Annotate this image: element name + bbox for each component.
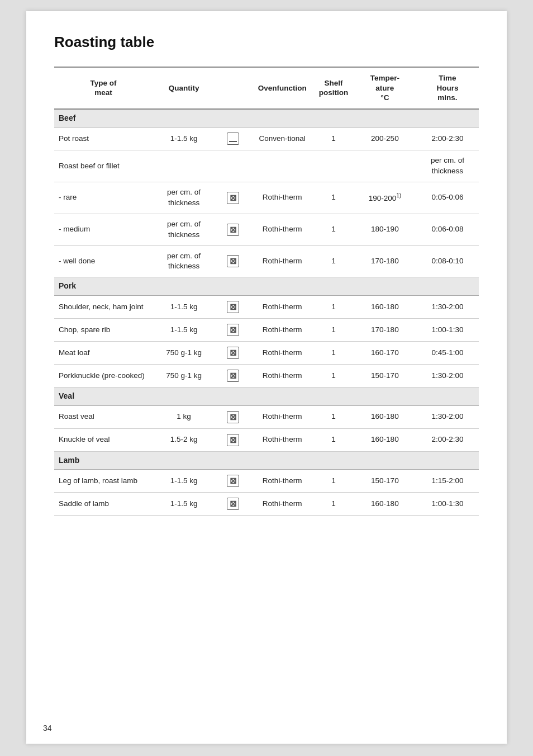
oven-icon — [215, 428, 251, 451]
oven-function: Rothi-therm — [251, 364, 313, 387]
time: 1:15-2:00 — [416, 470, 479, 493]
quantity: 1.5-2 kg — [153, 428, 215, 451]
table-row: Leg of lamb, roast lamb1-1.5 kgRothi-the… — [54, 470, 479, 493]
quantity: 1 kg — [153, 405, 215, 428]
col-header-icon — [215, 67, 251, 109]
table-row: Pot roast1-1.5 kgConven-tional1200-2502:… — [54, 127, 479, 150]
oven-icon — [215, 364, 251, 387]
oven-function — [251, 150, 313, 182]
roasting-table: Type ofmeat Quantity Ovenfunction Shelfp… — [54, 67, 479, 516]
table-row: - rareper cm. of thicknessRothi-therm119… — [54, 182, 479, 214]
col-header-time: TimeHoursmins. — [416, 67, 479, 109]
col-header-meat: Type ofmeat — [54, 67, 153, 109]
oven-function: Rothi-therm — [251, 428, 313, 451]
time: 1:00-1:30 — [416, 318, 479, 341]
temperature: 150-170 — [354, 470, 416, 493]
quantity: per cm. of thickness — [153, 182, 215, 214]
meat-name: - medium — [54, 214, 153, 245]
meat-name: Pot roast — [54, 127, 153, 150]
shelf-position: 1 — [313, 428, 354, 451]
oven-function: Conven-tional — [251, 127, 313, 150]
oven-icon — [215, 295, 251, 318]
shelf-position: 1 — [313, 470, 354, 493]
meat-name: Saddle of lamb — [54, 493, 153, 516]
temperature: 160-180 — [354, 405, 416, 428]
quantity: 1-1.5 kg — [153, 493, 215, 516]
shelf-position: 1 — [313, 318, 354, 341]
quantity: 1-1.5 kg — [153, 470, 215, 493]
oven-function: Rothi-therm — [251, 470, 313, 493]
category-row: Beef — [54, 109, 479, 127]
table-row: Meat loaf750 g-1 kgRothi-therm1160-1700:… — [54, 341, 479, 364]
temperature: 170-180 — [354, 245, 416, 277]
quantity — [153, 150, 215, 182]
meat-name: Leg of lamb, roast lamb — [54, 470, 153, 493]
oven-function: Rothi-therm — [251, 318, 313, 341]
shelf-position: 1 — [313, 493, 354, 516]
shelf-position — [313, 150, 354, 182]
meat-name: - rare — [54, 182, 153, 214]
table-row: Roast beef or filletper cm. of thickness — [54, 150, 479, 182]
time: 1:30-2:00 — [416, 295, 479, 318]
category-row: Lamb — [54, 451, 479, 470]
category-row: Pork — [54, 277, 479, 296]
oven-function: Rothi-therm — [251, 295, 313, 318]
quantity: 1-1.5 kg — [153, 127, 215, 150]
temperature: 160-170 — [354, 341, 416, 364]
oven-icon — [215, 341, 251, 364]
quantity: per cm. of thickness — [153, 214, 215, 245]
col-header-quantity: Quantity — [153, 67, 215, 109]
temperature: 160-180 — [354, 493, 416, 516]
meat-name: Roast beef or fillet — [54, 150, 153, 182]
table-row: - well doneper cm. of thicknessRothi-the… — [54, 245, 479, 277]
meat-name: Knuckle of veal — [54, 428, 153, 451]
table-row: Shoulder, neck, ham joint1-1.5 kgRothi-t… — [54, 295, 479, 318]
table-row: Saddle of lamb1-1.5 kgRothi-therm1160-18… — [54, 493, 479, 516]
oven-function: Rothi-therm — [251, 245, 313, 277]
oven-icon — [215, 470, 251, 493]
temperature: 150-170 — [354, 364, 416, 387]
page-title: Roasting table — [54, 34, 479, 51]
category-label: Beef — [54, 109, 479, 127]
oven-icon — [215, 127, 251, 150]
page-number: 34 — [43, 724, 52, 733]
shelf-position: 1 — [313, 295, 354, 318]
meat-name: Shoulder, neck, ham joint — [54, 295, 153, 318]
table-row: Roast veal1 kgRothi-therm1160-1801:30-2:… — [54, 405, 479, 428]
table-row: Porkknuckle (pre-cooked)750 g-1 kgRothi-… — [54, 364, 479, 387]
time: per cm. of thickness — [416, 150, 479, 182]
meat-name: Chop, spare rib — [54, 318, 153, 341]
shelf-position: 1 — [313, 364, 354, 387]
oven-icon — [215, 493, 251, 516]
oven-icon — [215, 182, 251, 214]
shelf-position: 1 — [313, 214, 354, 245]
oven-icon — [215, 245, 251, 277]
oven-function: Rothi-therm — [251, 493, 313, 516]
page: Roasting table Type ofmeat Quantity Oven… — [26, 11, 507, 744]
meat-name: Meat loaf — [54, 341, 153, 364]
quantity: 750 g-1 kg — [153, 364, 215, 387]
oven-function: Rothi-therm — [251, 341, 313, 364]
col-header-function: Ovenfunction — [251, 67, 313, 109]
quantity: 1-1.5 kg — [153, 295, 215, 318]
shelf-position: 1 — [313, 127, 354, 150]
shelf-position: 1 — [313, 405, 354, 428]
time: 0:06-0:08 — [416, 214, 479, 245]
shelf-position: 1 — [313, 182, 354, 214]
col-header-shelf: Shelfposition — [313, 67, 354, 109]
temperature: 190-2001) — [354, 182, 416, 214]
shelf-position: 1 — [313, 341, 354, 364]
temperature: 170-180 — [354, 318, 416, 341]
meat-name: Roast veal — [54, 405, 153, 428]
shelf-position: 1 — [313, 245, 354, 277]
quantity: per cm. of thickness — [153, 245, 215, 277]
time: 2:00-2:30 — [416, 428, 479, 451]
category-label: Veal — [54, 387, 479, 405]
temperature: 200-250 — [354, 127, 416, 150]
meat-name: Porkknuckle (pre-cooked) — [54, 364, 153, 387]
oven-function: Rothi-therm — [251, 214, 313, 245]
category-row: Veal — [54, 387, 479, 405]
col-header-temp: Temper-ature°C — [354, 67, 416, 109]
quantity: 1-1.5 kg — [153, 318, 215, 341]
time: 1:30-2:00 — [416, 364, 479, 387]
